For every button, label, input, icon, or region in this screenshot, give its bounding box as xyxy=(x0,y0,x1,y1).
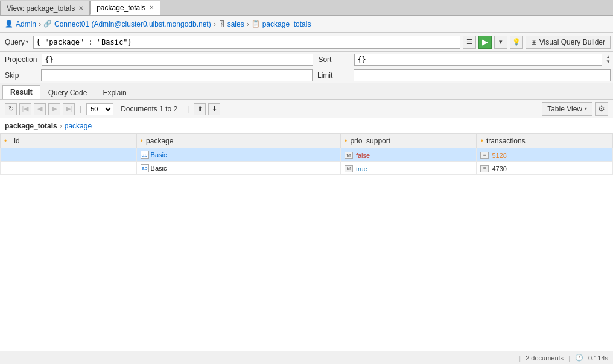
last-page-btn[interactable]: ▶| xyxy=(63,103,75,115)
tab-query-code[interactable]: Query Code xyxy=(40,85,95,99)
breadcrumb-collection[interactable]: package_totals xyxy=(262,20,311,28)
result-toolbar-left: ↻ |◀ ◀ ▶ ▶| | 50 25 100 Documents 1 to 2… xyxy=(5,103,220,115)
breadcrumb-admin[interactable]: Admin xyxy=(16,20,36,28)
limit-input[interactable] xyxy=(354,69,611,81)
projection-input[interactable] xyxy=(42,54,313,66)
run-dropdown[interactable]: ▾ xyxy=(494,36,507,49)
limit-label: Limit xyxy=(315,71,351,80)
main-tab[interactable]: package_totals ✕ xyxy=(90,1,160,15)
bool-icon-1: t/f xyxy=(345,152,353,159)
run-button[interactable]: ▶ xyxy=(478,36,492,49)
connect-icon: 🔗 xyxy=(43,20,52,28)
collection-icon: 📋 xyxy=(252,20,260,28)
col-header-transactions: • transactions xyxy=(477,134,613,148)
sort-label: Sort xyxy=(316,55,352,64)
table-container: • _id • package • prio_support • transac… xyxy=(0,134,613,351)
array-icon-2: ≡ xyxy=(480,165,489,172)
main-tab-close[interactable]: ✕ xyxy=(149,5,154,11)
main-content: 👤 Admin › 🔗 Connect01 (Admin@cluster0.ui… xyxy=(0,16,613,364)
skip-input[interactable] xyxy=(41,69,313,81)
cell-trans-2[interactable]: ≡ 4730 xyxy=(477,162,613,175)
view-tab[interactable]: View: package_totals ✕ xyxy=(0,1,90,15)
vqb-icon: ⊞ xyxy=(531,38,537,46)
query-input[interactable] xyxy=(33,36,460,49)
separator: | xyxy=(77,105,84,113)
sort-down-arrow[interactable]: ▼ xyxy=(606,60,611,64)
settings-btn[interactable]: ⚙ xyxy=(595,102,608,116)
result-toolbar-right: Table View ▾ ⚙ xyxy=(542,102,608,116)
col-header-package: • package xyxy=(136,134,340,148)
result-tabs: Result Query Code Explain xyxy=(0,83,613,100)
view-tab-label: View: package_totals xyxy=(7,4,75,13)
user-icon: 👤 xyxy=(5,20,13,28)
table-row[interactable]: ab Basic t/f false ≡ 5128 xyxy=(1,148,613,162)
page-size-select[interactable]: 50 25 100 xyxy=(86,103,113,115)
col-header-id: • _id xyxy=(1,134,137,148)
favorite-btn[interactable]: 💡 xyxy=(510,36,523,49)
filter-btn[interactable]: ☰ xyxy=(463,36,476,49)
query-toolbar: Query ▾ ☰ ▶ ▾ 💡 ⊞ Visual Query Builder xyxy=(0,33,613,52)
cell-package-2[interactable]: ab Basic xyxy=(136,162,340,175)
import-btn[interactable]: ⬇ xyxy=(208,103,220,115)
tab-explain[interactable]: Explain xyxy=(95,85,134,99)
cell-id-2[interactable] xyxy=(1,162,137,175)
refresh-btn[interactable]: ↻ xyxy=(5,103,17,115)
table-row[interactable]: ab Basic t/f true ≡ 4730 xyxy=(1,162,613,175)
projection-label: Projection xyxy=(2,55,39,64)
tab-bar: View: package_totals ✕ package_totals ✕ xyxy=(0,0,613,16)
array-icon-1: ≡ xyxy=(480,152,489,159)
status-time: 0.114s xyxy=(588,354,608,362)
visual-query-builder-btn[interactable]: ⊞ Visual Query Builder xyxy=(526,36,611,49)
query-dropdown-arrow[interactable]: ▾ xyxy=(26,39,28,45)
cell-trans-1[interactable]: ≡ 5128 xyxy=(477,148,613,162)
cell-package-1[interactable]: ab Basic xyxy=(136,148,340,162)
query-label: Query ▾ xyxy=(2,38,31,46)
sort-input[interactable] xyxy=(354,54,602,66)
breadcrumb-connect[interactable]: Connect01 (Admin@cluster0.uibst.mongodb.… xyxy=(54,20,211,28)
skip-limit-row: Skip Limit xyxy=(0,67,613,83)
first-page-btn[interactable]: |◀ xyxy=(19,103,31,115)
sort-arrows: ▲ ▼ xyxy=(606,55,611,64)
data-path-field[interactable]: package xyxy=(65,122,92,130)
bool-icon-2: t/f xyxy=(345,165,353,172)
main-tab-label: package_totals xyxy=(97,4,145,12)
table-view-btn[interactable]: Table View ▾ xyxy=(542,102,592,116)
string-icon-1: ab xyxy=(141,151,149,159)
cell-id-1[interactable] xyxy=(1,148,137,162)
view-tab-close[interactable]: ✕ xyxy=(78,5,83,11)
data-table: • _id • package • prio_support • transac… xyxy=(0,134,613,175)
breadcrumb-sales[interactable]: sales xyxy=(227,20,244,28)
breadcrumb-sep-1: › xyxy=(39,20,41,28)
toolbar-right: ▶ ▾ 💡 ⊞ Visual Query Builder xyxy=(478,36,611,49)
status-time-icon: 🕐 xyxy=(575,354,583,362)
result-toolbar: ↻ |◀ ◀ ▶ ▶| | 50 25 100 Documents 1 to 2… xyxy=(0,100,613,118)
toolbar-left: Query ▾ ☰ xyxy=(2,36,476,49)
export-btn[interactable]: ⬆ xyxy=(194,103,206,115)
view-dropdown-arrow: ▾ xyxy=(585,106,587,111)
cell-prio-2[interactable]: t/f true xyxy=(340,162,477,175)
breadcrumb: 👤 Admin › 🔗 Connect01 (Admin@cluster0.ui… xyxy=(0,16,613,33)
breadcrumb-sep-2: › xyxy=(214,20,216,28)
skip-label: Skip xyxy=(2,71,39,80)
status-doc-count: 2 documents xyxy=(526,354,564,362)
cell-prio-1[interactable]: t/f false xyxy=(340,148,477,162)
data-path-sep: › xyxy=(60,122,62,130)
projection-sort-row: Projection Sort ▲ ▼ xyxy=(0,52,613,67)
status-bar: | 2 documents | 🕐 0.114s xyxy=(0,351,613,364)
tab-result[interactable]: Result xyxy=(2,85,40,99)
data-path: package_totals › package xyxy=(0,118,613,134)
db-icon: 🗄 xyxy=(218,20,225,28)
data-path-collection[interactable]: package_totals xyxy=(5,122,57,130)
next-page-btn[interactable]: ▶ xyxy=(48,103,60,115)
separator2: | xyxy=(185,105,191,113)
col-header-prio: • prio_support xyxy=(340,134,477,148)
prev-page-btn[interactable]: ◀ xyxy=(34,103,46,115)
string-icon-2: ab xyxy=(141,164,149,172)
breadcrumb-sep-3: › xyxy=(247,20,249,28)
doc-count: Documents 1 to 2 xyxy=(116,105,182,113)
